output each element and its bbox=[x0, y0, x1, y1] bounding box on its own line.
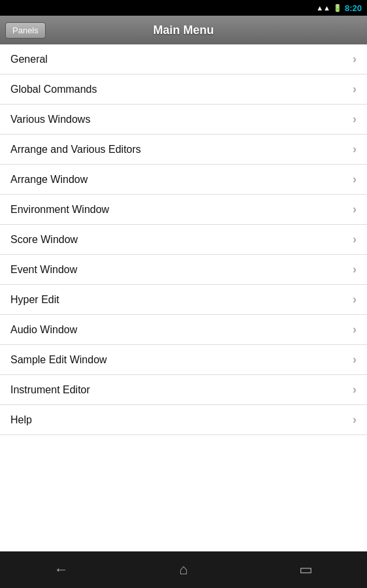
menu-item-general[interactable]: General› bbox=[0, 44, 367, 74]
menu-item-instrument-editor[interactable]: Instrument Editor› bbox=[0, 375, 367, 405]
menu-item-label-arrange-editors: Arrange and Various Editors bbox=[10, 144, 141, 155]
menu-item-chevron-instrument-editor: › bbox=[353, 383, 357, 397]
menu-item-chevron-various-windows: › bbox=[353, 112, 357, 126]
menu-item-audio-window[interactable]: Audio Window› bbox=[0, 315, 367, 345]
menu-item-chevron-help: › bbox=[353, 413, 357, 427]
nav-bar: ← ⌂ ▭ bbox=[0, 551, 367, 588]
menu-item-hyper-edit[interactable]: Hyper Edit› bbox=[0, 285, 367, 315]
menu-list: General›Global Commands›Various Windows›… bbox=[0, 44, 367, 435]
menu-item-sample-edit-window[interactable]: Sample Edit Window› bbox=[0, 345, 367, 375]
recent-button[interactable]: ▭ bbox=[286, 557, 325, 583]
menu-item-arrange-editors[interactable]: Arrange and Various Editors› bbox=[0, 135, 367, 165]
menu-item-chevron-arrange-window: › bbox=[353, 172, 357, 186]
menu-item-chevron-event-window: › bbox=[353, 263, 357, 276]
menu-item-label-help: Help bbox=[10, 414, 32, 426]
menu-item-chevron-score-window: › bbox=[353, 233, 357, 246]
menu-item-event-window[interactable]: Event Window› bbox=[0, 255, 367, 285]
home-icon: ⌂ bbox=[179, 561, 187, 578]
header: Panels Main Menu bbox=[0, 16, 367, 44]
menu-item-score-window[interactable]: Score Window› bbox=[0, 225, 367, 255]
menu-item-label-arrange-window: Arrange Window bbox=[10, 174, 88, 186]
menu-item-arrange-window[interactable]: Arrange Window› bbox=[0, 165, 367, 195]
menu-item-label-global-commands: Global Commands bbox=[10, 84, 97, 95]
menu-item-chevron-environment-window: › bbox=[353, 203, 357, 216]
menu-item-chevron-arrange-editors: › bbox=[353, 142, 357, 156]
menu-item-label-event-window: Event Window bbox=[10, 264, 77, 276]
menu-item-label-instrument-editor: Instrument Editor bbox=[10, 384, 90, 396]
menu-item-label-hyper-edit: Hyper Edit bbox=[10, 294, 59, 306]
menu-item-environment-window[interactable]: Environment Window› bbox=[0, 195, 367, 225]
menu-item-label-score-window: Score Window bbox=[10, 234, 78, 246]
home-button[interactable]: ⌂ bbox=[164, 557, 203, 583]
back-icon: ← bbox=[54, 561, 69, 578]
battery-icon: 🔋 bbox=[333, 4, 342, 12]
menu-item-chevron-audio-window: › bbox=[353, 323, 357, 336]
menu-item-label-audio-window: Audio Window bbox=[10, 324, 77, 336]
menu-item-chevron-sample-edit-window: › bbox=[353, 353, 357, 367]
signal-icon: ▲▲ bbox=[316, 4, 330, 12]
menu-item-various-windows[interactable]: Various Windows› bbox=[0, 105, 367, 135]
menu-item-chevron-global-commands: › bbox=[353, 82, 357, 96]
menu-item-label-environment-window: Environment Window bbox=[10, 204, 109, 216]
content-area: General›Global Commands›Various Windows›… bbox=[0, 44, 367, 551]
menu-item-help[interactable]: Help› bbox=[0, 405, 367, 435]
back-button[interactable]: ← bbox=[42, 557, 81, 583]
menu-item-chevron-hyper-edit: › bbox=[353, 293, 357, 306]
recent-icon: ▭ bbox=[299, 561, 313, 578]
status-bar: ▲▲ 🔋 8:20 bbox=[0, 0, 367, 16]
menu-item-label-sample-edit-window: Sample Edit Window bbox=[10, 354, 107, 366]
menu-item-label-various-windows: Various Windows bbox=[10, 114, 90, 125]
header-title: Main Menu bbox=[0, 24, 367, 37]
menu-item-label-general: General bbox=[10, 54, 48, 65]
menu-item-global-commands[interactable]: Global Commands› bbox=[0, 74, 367, 105]
panels-button[interactable]: Panels bbox=[5, 22, 46, 39]
menu-item-chevron-general: › bbox=[353, 52, 357, 66]
time-display: 8:20 bbox=[345, 3, 362, 13]
